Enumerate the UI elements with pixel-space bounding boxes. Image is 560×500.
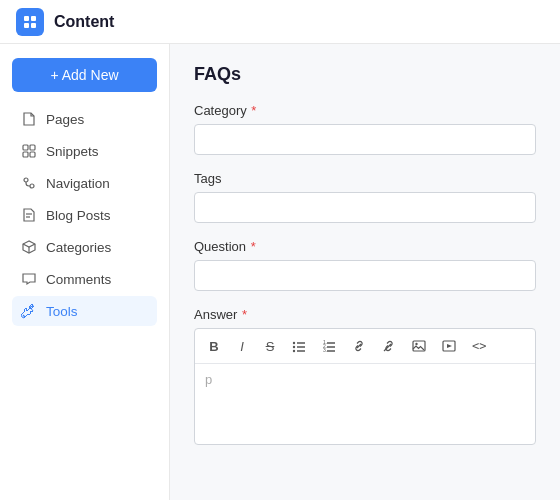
- navigation-icon: [21, 175, 37, 191]
- sidebar-label-snippets: Snippets: [46, 144, 99, 159]
- answer-required: *: [238, 307, 247, 322]
- tags-label: Tags: [194, 171, 536, 186]
- svg-marker-29: [447, 344, 452, 348]
- category-input[interactable]: [194, 124, 536, 155]
- svg-point-9: [30, 184, 34, 188]
- app-title: Content: [54, 13, 114, 31]
- unlink-button[interactable]: [377, 335, 401, 357]
- category-label: Category *: [194, 103, 536, 118]
- link-icon: [352, 339, 366, 353]
- question-input[interactable]: [194, 260, 536, 291]
- answer-field-group: Answer * B I S: [194, 307, 536, 445]
- ordered-list-button[interactable]: 1. 2. 3.: [317, 335, 341, 357]
- category-required: *: [248, 103, 257, 118]
- editor-toolbar: B I S: [195, 329, 535, 364]
- italic-button[interactable]: I: [231, 335, 253, 357]
- svg-rect-2: [24, 23, 29, 28]
- main-layout: + Add New Pages Snippets: [0, 44, 560, 500]
- svg-rect-0: [24, 16, 29, 21]
- svg-point-15: [293, 346, 295, 348]
- sidebar-item-tools[interactable]: Tools: [12, 296, 157, 326]
- strikethrough-button[interactable]: S: [259, 335, 281, 357]
- bullet-list-icon: [292, 339, 306, 353]
- sidebar-label-categories: Categories: [46, 240, 111, 255]
- svg-point-27: [415, 343, 417, 345]
- svg-point-17: [293, 350, 295, 352]
- bullet-list-button[interactable]: [287, 335, 311, 357]
- link-button[interactable]: [347, 335, 371, 357]
- sidebar-item-blog-posts[interactable]: Blog Posts: [12, 200, 157, 230]
- svg-point-8: [24, 178, 28, 182]
- question-field-group: Question *: [194, 239, 536, 291]
- main-content: FAQs Category * Tags Question * Answer *: [170, 44, 560, 500]
- code-button[interactable]: <>: [467, 335, 491, 357]
- snippets-icon: [21, 143, 37, 159]
- categories-icon: [21, 239, 37, 255]
- svg-rect-5: [30, 145, 35, 150]
- sidebar-item-comments[interactable]: Comments: [12, 264, 157, 294]
- svg-rect-7: [30, 152, 35, 157]
- image-icon: [412, 339, 426, 353]
- sidebar-item-pages[interactable]: Pages: [12, 104, 157, 134]
- sidebar-label-comments: Comments: [46, 272, 111, 287]
- svg-rect-4: [23, 145, 28, 150]
- media-button[interactable]: [437, 335, 461, 357]
- sidebar-label-pages: Pages: [46, 112, 84, 127]
- editor-placeholder: p: [205, 372, 212, 387]
- svg-text:3.: 3.: [323, 347, 327, 353]
- image-button[interactable]: [407, 335, 431, 357]
- app-logo: [16, 8, 44, 36]
- question-required: *: [247, 239, 256, 254]
- page-title: FAQs: [194, 64, 536, 85]
- sidebar-item-snippets[interactable]: Snippets: [12, 136, 157, 166]
- sidebar-label-navigation: Navigation: [46, 176, 110, 191]
- question-label: Question *: [194, 239, 536, 254]
- sidebar-item-navigation[interactable]: Navigation: [12, 168, 157, 198]
- svg-rect-1: [31, 16, 36, 21]
- sidebar-label-tools: Tools: [46, 304, 78, 319]
- bold-button[interactable]: B: [203, 335, 225, 357]
- svg-point-13: [293, 342, 295, 344]
- answer-editor: B I S: [194, 328, 536, 445]
- add-new-button[interactable]: + Add New: [12, 58, 157, 92]
- sidebar-item-categories[interactable]: Categories: [12, 232, 157, 262]
- comments-icon: [21, 271, 37, 287]
- svg-rect-6: [23, 152, 28, 157]
- ordered-list-icon: 1. 2. 3.: [322, 339, 336, 353]
- unlink-icon: [382, 339, 396, 353]
- sidebar-label-blog-posts: Blog Posts: [46, 208, 111, 223]
- tools-icon: [21, 303, 37, 319]
- editor-body[interactable]: p: [195, 364, 535, 444]
- tags-field-group: Tags: [194, 171, 536, 223]
- svg-rect-3: [31, 23, 36, 28]
- category-field-group: Category *: [194, 103, 536, 155]
- answer-label: Answer *: [194, 307, 536, 322]
- blog-icon: [21, 207, 37, 223]
- tags-input[interactable]: [194, 192, 536, 223]
- page-icon: [21, 111, 37, 127]
- sidebar: + Add New Pages Snippets: [0, 44, 170, 500]
- app-header: Content: [0, 0, 560, 44]
- media-icon: [442, 339, 456, 353]
